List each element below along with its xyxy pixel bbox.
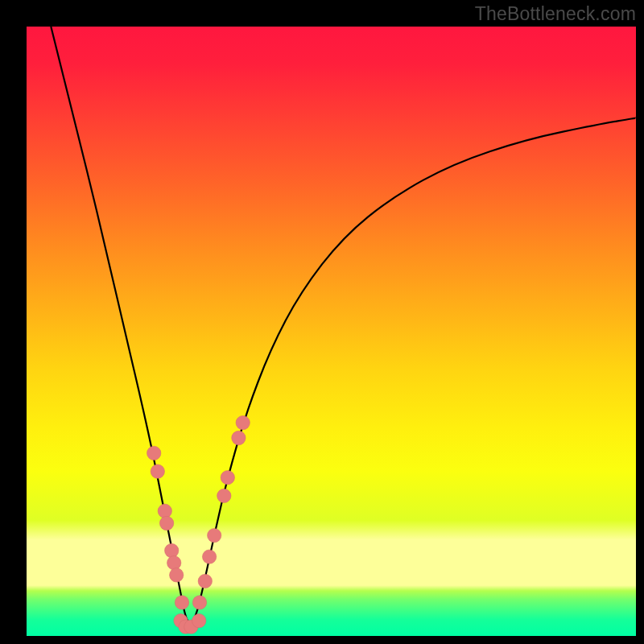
marker-dot <box>198 574 212 588</box>
bottleneck-curve <box>51 27 636 623</box>
marker-dot <box>208 528 221 542</box>
marker-dot <box>167 556 181 570</box>
marker-dot <box>202 550 216 564</box>
chart-frame: TheBottleneck.com <box>0 0 644 644</box>
marker-dot <box>192 613 206 627</box>
marker-dot <box>165 543 179 557</box>
marker-dot <box>217 489 231 502</box>
marker-dot <box>192 596 206 609</box>
marker-dot <box>170 568 184 582</box>
chart-svg <box>27 27 636 636</box>
plot-area <box>27 27 636 636</box>
highlight-markers <box>147 415 250 634</box>
marker-dot <box>232 431 246 444</box>
marker-dot <box>221 471 234 485</box>
marker-dot <box>147 446 161 460</box>
watermark-text: TheBottleneck.com <box>475 3 636 25</box>
marker-dot <box>159 516 173 530</box>
marker-dot <box>175 596 188 609</box>
marker-dot <box>151 464 164 478</box>
marker-dot <box>236 415 250 429</box>
marker-dot <box>158 504 171 518</box>
